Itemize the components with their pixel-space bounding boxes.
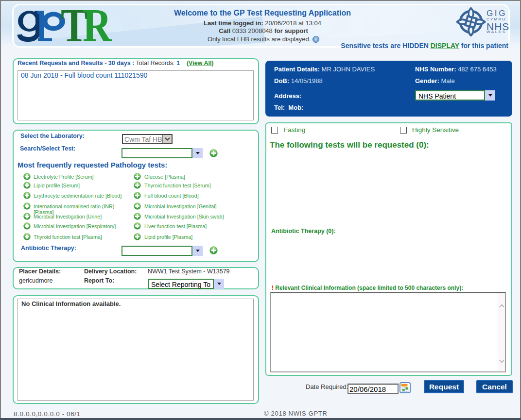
svg-text:i: i [315, 37, 317, 42]
